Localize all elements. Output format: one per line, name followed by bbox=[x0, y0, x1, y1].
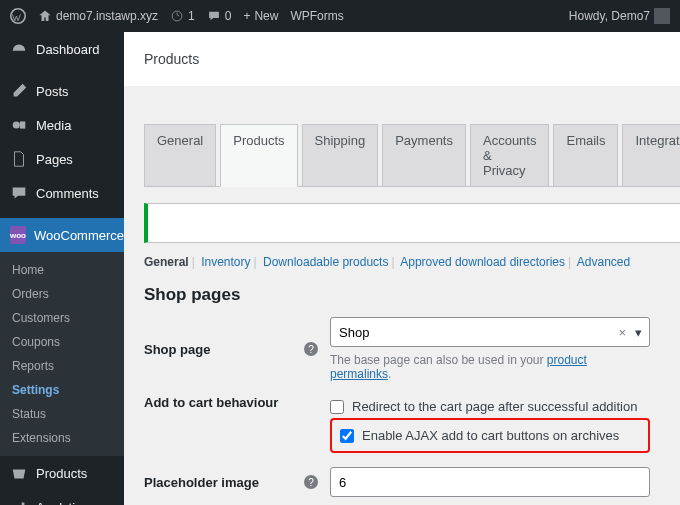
chevron-down-icon[interactable]: ▾ bbox=[635, 325, 642, 340]
tab-general[interactable]: General bbox=[144, 124, 216, 186]
menu-comments[interactable]: Comments bbox=[0, 176, 124, 210]
tab-products[interactable]: Products bbox=[220, 124, 297, 187]
admin-toolbar: demo7.instawp.xyz 1 0 + New WPForms Howd… bbox=[0, 0, 680, 32]
menu-dashboard[interactable]: Dashboard bbox=[0, 32, 124, 66]
shop-page-select[interactable] bbox=[330, 317, 650, 347]
tab-payments[interactable]: Payments bbox=[382, 124, 466, 186]
redirect-label: Redirect to the cart page after successf… bbox=[352, 399, 637, 414]
field-cart-behaviour: Add to cart behaviour Redirect to the ca… bbox=[144, 395, 680, 453]
ajax-checkbox-row: Enable AJAX add to cart buttons on archi… bbox=[340, 424, 640, 447]
new-content[interactable]: + New bbox=[243, 9, 278, 23]
menu-media[interactable]: Media bbox=[0, 108, 124, 142]
placeholder-label: Placeholder image bbox=[144, 475, 304, 490]
menu-products[interactable]: Products bbox=[0, 456, 124, 490]
main-content: Products Activity Finish setup Help ▾ Ge… bbox=[124, 32, 680, 505]
tab-emails[interactable]: Emails bbox=[553, 124, 618, 186]
avatar bbox=[654, 8, 670, 24]
submenu-customers[interactable]: Customers bbox=[0, 306, 124, 330]
cart-behaviour-label: Add to cart behaviour bbox=[144, 395, 304, 410]
submenu-settings[interactable]: Settings bbox=[0, 378, 124, 402]
submenu-extensions[interactable]: Extensions bbox=[0, 426, 124, 450]
submenu-status[interactable]: Status bbox=[0, 402, 124, 426]
wpforms-link[interactable]: WPForms bbox=[290, 9, 343, 23]
updates-icon[interactable]: 1 bbox=[170, 9, 195, 23]
subsub-general[interactable]: General bbox=[144, 255, 189, 269]
tab-integration[interactable]: Integration bbox=[622, 124, 680, 186]
tab-shipping[interactable]: Shipping bbox=[302, 124, 379, 186]
redirect-checkbox[interactable] bbox=[330, 400, 344, 414]
field-shop-page: Shop page ? × ▾ The base page can also b… bbox=[144, 317, 680, 381]
howdy-user[interactable]: Howdy, Demo7 bbox=[569, 8, 670, 24]
comments-icon[interactable]: 0 bbox=[207, 9, 232, 23]
admin-notice bbox=[144, 203, 680, 243]
subsub-downloadable[interactable]: Downloadable products bbox=[263, 255, 388, 269]
help-icon[interactable]: ? bbox=[304, 475, 318, 489]
help-icon[interactable]: ? bbox=[304, 342, 318, 356]
menu-pages[interactable]: Pages bbox=[0, 142, 124, 176]
woo-header: Products Activity Finish setup bbox=[124, 32, 680, 86]
subsub-advanced[interactable]: Advanced bbox=[577, 255, 630, 269]
settings-tabs: General Products Shipping Payments Accou… bbox=[144, 124, 680, 187]
tab-accounts-privacy[interactable]: Accounts & Privacy bbox=[470, 124, 549, 186]
submenu-coupons[interactable]: Coupons bbox=[0, 330, 124, 354]
shop-page-label: Shop page bbox=[144, 342, 304, 357]
subsub-inventory[interactable]: Inventory bbox=[201, 255, 250, 269]
menu-posts[interactable]: Posts bbox=[0, 74, 124, 108]
wp-logo-icon[interactable] bbox=[10, 8, 26, 24]
svg-point-1 bbox=[13, 121, 20, 128]
ajax-label: Enable AJAX add to cart buttons on archi… bbox=[362, 428, 619, 443]
placeholder-input[interactable] bbox=[330, 467, 650, 497]
submenu-home[interactable]: Home bbox=[0, 258, 124, 282]
subsub-nav: General| Inventory| Downloadable product… bbox=[144, 255, 680, 269]
clear-icon[interactable]: × bbox=[618, 325, 626, 340]
field-placeholder-image: Placeholder image ? bbox=[144, 467, 680, 497]
subsub-approved-dirs[interactable]: Approved download directories bbox=[400, 255, 565, 269]
site-name[interactable]: demo7.instawp.xyz bbox=[38, 9, 158, 23]
menu-analytics[interactable]: Analytics bbox=[0, 490, 124, 505]
woocommerce-icon: woo bbox=[10, 226, 26, 244]
submenu-orders[interactable]: Orders bbox=[0, 282, 124, 306]
menu-woocommerce[interactable]: wooWooCommerce bbox=[0, 218, 124, 252]
ajax-highlight: Enable AJAX add to cart buttons on archi… bbox=[330, 418, 650, 453]
admin-sidebar: Dashboard Posts Media Pages Comments woo… bbox=[0, 32, 124, 505]
shop-page-desc: The base page can also be used in your p… bbox=[330, 353, 650, 381]
redirect-checkbox-row: Redirect to the cart page after successf… bbox=[330, 395, 650, 418]
ajax-checkbox[interactable] bbox=[340, 429, 354, 443]
page-title: Products bbox=[144, 51, 199, 67]
section-shop-pages: Shop pages bbox=[144, 285, 680, 305]
woocommerce-submenu: Home Orders Customers Coupons Reports Se… bbox=[0, 252, 124, 456]
submenu-reports[interactable]: Reports bbox=[0, 354, 124, 378]
